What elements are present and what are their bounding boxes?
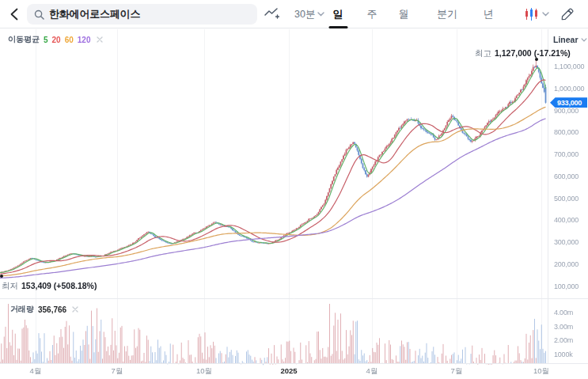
- price-axis-tick: 1,100,000: [554, 63, 584, 70]
- price-axis-tick: 500,000: [554, 195, 579, 203]
- moving-average-legend: 이동평균 5 20 60 120: [8, 34, 103, 45]
- price-axis-tick: 800,000: [554, 128, 579, 136]
- draw-button[interactable]: [560, 0, 574, 28]
- price-axis-tick: 100,000: [554, 282, 579, 290]
- volume-axis-tick: 3.00m: [554, 323, 573, 331]
- low-label: 최저: [2, 281, 18, 290]
- high-value: 1,127,000 (-17.21%): [495, 48, 571, 58]
- high-annotation: 최고1,127,000 (-17.21%): [475, 48, 571, 59]
- x-axis-tick: 7월: [101, 366, 133, 377]
- price-axis-tick: 400,000: [554, 216, 579, 224]
- high-label: 최고: [475, 48, 491, 58]
- pencil-icon: [560, 8, 574, 21]
- x-axis-tick: 4월: [20, 366, 51, 377]
- volume-legend: 거래량 356,766: [10, 304, 78, 315]
- x-axis-tick: 7월: [441, 366, 472, 377]
- price-axis-tick: 700,000: [554, 150, 579, 158]
- current-price-value: 933,000: [557, 99, 582, 107]
- line-chart-plus-icon: [264, 6, 279, 21]
- chart-style-button[interactable]: [524, 0, 549, 28]
- chevron-down-icon: [542, 12, 549, 17]
- high-marker: [535, 58, 538, 61]
- price-axis-tick: 1,000,000: [554, 85, 584, 93]
- x-axis-tick: 10월: [188, 366, 220, 377]
- volume-axis-tick: 1000k: [554, 351, 573, 358]
- candlestick-icon: [524, 7, 540, 21]
- back-button[interactable]: [6, 6, 24, 24]
- volume-value: 356,766: [38, 305, 66, 314]
- ma5-label: 5: [44, 36, 48, 44]
- chevron-down-icon: [317, 12, 324, 17]
- x-axis-tick: 2025: [273, 366, 305, 375]
- price-axis-tick: 200,000: [554, 260, 579, 268]
- tab-year[interactable]: 년: [484, 0, 494, 28]
- search-box[interactable]: 한화에어로스페이스: [27, 4, 257, 25]
- legend-close-icon[interactable]: [97, 36, 103, 43]
- low-annotation: 최저153,409 (+508.18%): [2, 281, 97, 292]
- x-axis-tick: 4월: [356, 366, 388, 377]
- volume-label: 거래량: [10, 304, 34, 315]
- tab-day[interactable]: 일: [333, 0, 343, 28]
- price-axis-tick: 600,000: [554, 172, 579, 180]
- tab-month[interactable]: 월: [399, 0, 409, 28]
- stock-chart-app: 한화에어로스페이스 30분 일 주 월 분기 년: [0, 0, 588, 379]
- chevron-down-icon: [581, 38, 587, 42]
- arrow-left-icon: [7, 6, 23, 22]
- interval-dropdown-label: 30분: [294, 8, 315, 21]
- ma120-label: 120: [78, 36, 91, 44]
- volume-axis-tick: 2.00m: [554, 336, 573, 344]
- scale-mode-label: Linear: [553, 35, 579, 44]
- interval-dropdown[interactable]: 30분: [294, 0, 324, 28]
- volume-axis-tick: 4.00m: [554, 309, 573, 316]
- tab-quarter[interactable]: 분기: [437, 0, 457, 28]
- moving-average-label: 이동평균: [8, 34, 40, 45]
- ma60-label: 60: [65, 36, 74, 44]
- current-price-badge: 933,000: [550, 97, 587, 108]
- x-axis-tick: 10월: [525, 366, 557, 377]
- volume-close-icon[interactable]: [72, 306, 78, 313]
- low-value: 153,409 (+508.18%): [21, 281, 97, 290]
- search-input[interactable]: 한화에어로스페이스: [49, 7, 140, 21]
- add-indicator-button[interactable]: [264, 6, 279, 21]
- topbar: 한화에어로스페이스 30분 일 주 월 분기 년: [0, 0, 588, 28]
- price-axis-tick: 300,000: [554, 238, 579, 246]
- ma20-label: 20: [52, 36, 61, 44]
- scale-mode-button[interactable]: Linear: [553, 35, 587, 44]
- tab-week[interactable]: 주: [367, 0, 377, 28]
- search-icon: [34, 9, 44, 20]
